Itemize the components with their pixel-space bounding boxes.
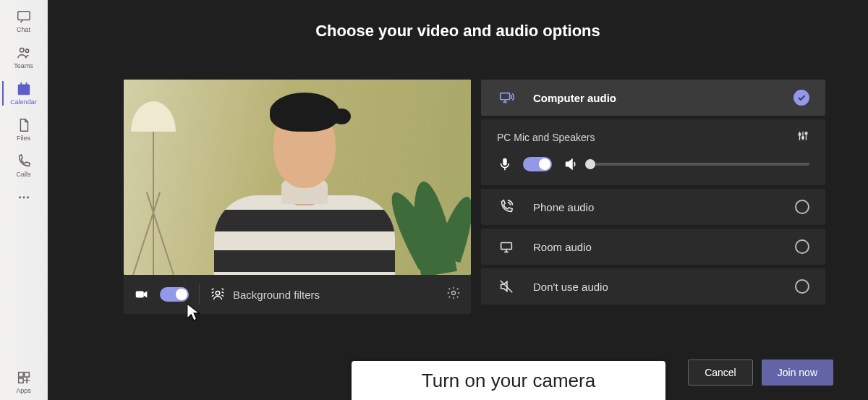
gear-icon	[446, 286, 461, 300]
volume-slider-thumb[interactable]	[585, 159, 595, 169]
computer-audio-icon	[497, 90, 516, 106]
page-title: Choose your video and audio options	[48, 22, 868, 41]
cancel-button[interactable]: Cancel	[688, 359, 753, 386]
volume-slider[interactable]	[588, 163, 809, 166]
microphone-icon	[497, 156, 513, 172]
sidebar-item-chat[interactable]: Chat	[2, 3, 46, 39]
sidebar-item-label: Teams	[14, 62, 33, 69]
svg-rect-0	[17, 12, 30, 20]
video-panel: Background filters	[124, 80, 471, 314]
selected-check-icon	[793, 90, 809, 106]
svg-rect-13	[136, 291, 144, 297]
svg-point-14	[216, 291, 220, 295]
sidebar-item-label: Apps	[16, 387, 31, 394]
radio-unchecked-icon	[795, 200, 809, 214]
computer-audio-settings: PC Mic and Speakers	[481, 119, 825, 185]
sidebar-item-calls[interactable]: Calls	[2, 148, 46, 184]
svg-rect-21	[501, 243, 512, 250]
divider	[199, 284, 200, 305]
tooltip-text: Turn on your camera	[422, 370, 595, 392]
svg-rect-16	[501, 93, 510, 100]
room-audio-icon	[497, 239, 516, 255]
camera-preview	[124, 80, 471, 275]
prejoin-screen: Choose your video and audio options	[48, 0, 868, 400]
microphone-toggle[interactable]	[523, 157, 552, 171]
radio-unchecked-icon	[795, 279, 809, 294]
speaker-icon	[563, 156, 579, 172]
calendar-icon	[16, 81, 32, 97]
svg-point-17	[799, 133, 801, 135]
audio-option-none[interactable]: Don't use audio	[481, 268, 825, 305]
footer-buttons: Cancel Join now	[688, 359, 833, 386]
teams-icon	[16, 45, 32, 61]
sidebar-item-label: Calls	[16, 171, 30, 178]
sidebar-item-label: Chat	[17, 26, 30, 33]
svg-point-2	[25, 49, 28, 52]
svg-rect-11	[24, 373, 28, 377]
sidebar-item-label: Calendar	[10, 98, 37, 106]
audio-option-room[interactable]: Room audio	[481, 229, 825, 265]
sidebar-item-apps[interactable]: Apps	[2, 364, 46, 400]
svg-point-7	[19, 197, 21, 199]
apps-icon	[16, 370, 32, 386]
sidebar-item-more[interactable]	[2, 184, 46, 211]
radio-unchecked-icon	[795, 239, 809, 254]
svg-point-19	[805, 132, 807, 135]
svg-point-8	[22, 197, 25, 199]
audio-option-label: Don't use audio	[533, 281, 608, 293]
background-filters-button[interactable]: Background filters	[210, 286, 320, 302]
background-effects-icon	[210, 286, 226, 302]
audio-option-phone[interactable]: Phone audio	[481, 189, 825, 225]
video-camera-icon	[134, 286, 150, 302]
ellipsis-icon	[16, 190, 32, 205]
svg-rect-20	[503, 158, 507, 166]
audio-device-label: PC Mic and Speakers	[497, 132, 595, 143]
svg-rect-10	[18, 373, 22, 377]
video-controls: Background filters	[124, 275, 471, 314]
audio-panel: Computer audio PC Mic and Speakers	[481, 80, 825, 314]
sidebar-item-calendar[interactable]: Calendar	[2, 75, 46, 111]
files-icon	[16, 117, 32, 133]
sidebar-item-files[interactable]: Files	[2, 111, 46, 148]
svg-point-18	[802, 137, 804, 139]
svg-rect-6	[25, 82, 27, 85]
audio-device-settings-button[interactable]	[796, 129, 809, 145]
video-settings-button[interactable]	[446, 286, 461, 303]
app-rail: Chat Teams Calendar Files Calls Apps	[0, 0, 48, 400]
camera-toggle[interactable]	[160, 287, 189, 302]
audio-option-label: Room audio	[533, 241, 592, 253]
audio-option-label: Phone audio	[533, 201, 594, 213]
svg-rect-12	[18, 378, 22, 383]
audio-option-label: Computer audio	[533, 92, 616, 104]
calls-icon	[16, 153, 32, 169]
svg-point-1	[20, 48, 24, 53]
sidebar-item-teams[interactable]: Teams	[2, 39, 46, 75]
no-audio-icon	[497, 278, 516, 294]
join-now-button[interactable]: Join now	[762, 359, 833, 386]
chat-icon	[16, 9, 32, 25]
mouse-cursor-icon	[186, 302, 202, 323]
background-filters-label: Background filters	[233, 289, 320, 301]
svg-point-9	[27, 197, 29, 199]
sidebar-item-label: Files	[17, 135, 30, 142]
audio-option-computer[interactable]: Computer audio	[481, 80, 825, 116]
phone-audio-icon	[497, 199, 516, 215]
svg-point-15	[452, 292, 456, 295]
sliders-icon	[796, 129, 809, 142]
svg-rect-5	[20, 82, 22, 85]
tooltip: Turn on your camera	[352, 361, 665, 400]
